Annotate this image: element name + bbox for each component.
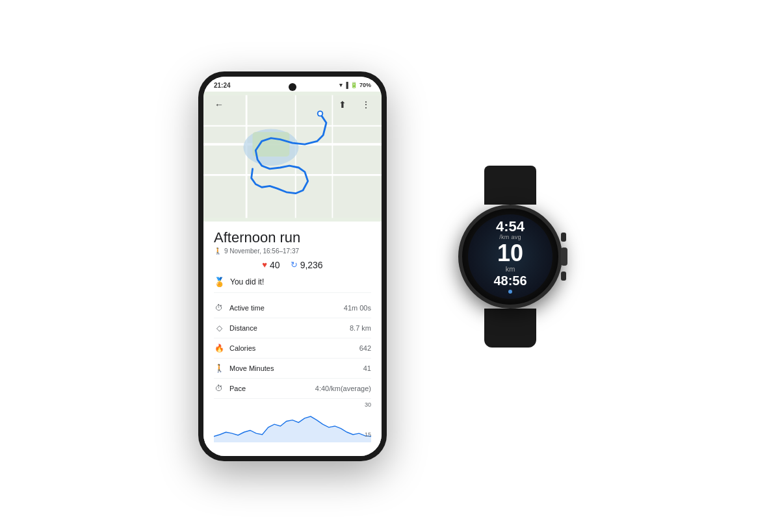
move-minutes-icon: 🚶 <box>214 363 224 374</box>
watch-crown <box>561 247 567 266</box>
pace-label: Pace <box>229 385 246 392</box>
watch-strap-bottom <box>484 309 536 348</box>
move-minutes-value: 41 <box>363 364 371 372</box>
move-minutes-row: 🚶 Move Minutes 41 <box>214 359 371 379</box>
activity-meta: 🚶 9 November, 16:56–17:37 <box>214 247 371 255</box>
watch-indicator-dot <box>508 290 512 294</box>
watch-button-bottom <box>561 272 566 281</box>
steps-icon: ↻ <box>291 260 298 270</box>
pace-row: ⏱ Pace 4:40/km(average) <box>214 379 371 399</box>
steps-stat: ↻ 9,236 <box>291 260 323 270</box>
watch-device: 4:54 /km avg 10 km 48:56 <box>439 166 582 367</box>
active-time-row: ⏱ Active time 41m 00s <box>214 298 371 318</box>
watch-elapsed-time: 48:56 <box>493 274 526 287</box>
watch-pace-value: 4:54 <box>496 220 525 234</box>
distance-icon: ◇ <box>214 323 224 333</box>
svg-rect-8 <box>253 132 290 157</box>
signal-icon: ▐ <box>344 82 348 88</box>
watch-strap-top <box>484 166 536 205</box>
chart-bottom-label: 15 <box>365 431 371 438</box>
calories-label: Calories <box>229 344 255 352</box>
heart-icon: ♥ <box>262 260 267 270</box>
more-button[interactable]: ⋮ <box>357 95 375 114</box>
watch-button-top <box>561 233 566 242</box>
active-time-value: 41m 00s <box>344 304 371 312</box>
distance-label: Distance <box>229 324 257 332</box>
wifi-icon: ▾ <box>339 82 343 88</box>
pace-icon: ⏱ <box>214 383 224 394</box>
status-time: 21:24 <box>214 82 231 89</box>
chart-area: 30 15 <box>214 401 371 440</box>
back-button[interactable]: ← <box>210 95 228 114</box>
distance-row: ◇ Distance 8.7 km <box>214 318 371 338</box>
battery-icon: 🔋 <box>350 82 358 88</box>
activity-title: Afternoon run <box>214 229 371 246</box>
chart-top-label: 30 <box>365 401 371 408</box>
phone-device: 21:24 ▾ ▐ 🔋 70% <box>198 71 387 461</box>
map-toolbar: ← ⬆ ⋮ <box>203 92 382 118</box>
achievement-icon: 🏅 <box>214 277 225 287</box>
heart-points-stat: ♥ 40 <box>262 260 280 270</box>
chart-svg <box>214 408 371 444</box>
phone-screen: 21:24 ▾ ▐ 🔋 70% <box>203 77 382 456</box>
achievement-row: 🏅 You did it! <box>214 277 371 293</box>
pace-left: ⏱ Pace <box>214 383 246 394</box>
watch-pace-label: /km avg <box>496 234 525 240</box>
active-time-icon: ⏱ <box>214 303 224 313</box>
calories-icon: 🔥 <box>214 343 224 353</box>
calories-row: 🔥 Calories 642 <box>214 338 371 359</box>
watch-pace-group: 4:54 /km avg <box>496 220 525 240</box>
calories-left: 🔥 Calories <box>214 343 255 353</box>
distance-left: ◇ Distance <box>214 323 257 333</box>
watch-distance-value: 10 <box>497 242 523 265</box>
heart-points-value: 40 <box>270 260 280 270</box>
pace-value: 4:40/km(average) <box>315 385 371 392</box>
steps-value: 9,236 <box>300 260 323 270</box>
distance-value: 8.7 km <box>350 324 371 332</box>
move-minutes-label: Move Minutes <box>229 364 274 372</box>
watch-distance-group: 10 km <box>497 242 523 273</box>
battery-percent: 70% <box>359 82 371 88</box>
active-time-left: ⏱ Active time <box>214 303 265 313</box>
watch-body: 4:54 /km avg 10 km 48:56 <box>458 205 562 309</box>
calories-value: 642 <box>359 344 371 352</box>
active-time-label: Active time <box>229 304 265 312</box>
stats-row: ♥ 40 ↻ 9,236 <box>214 260 371 270</box>
map-area: ← ⬆ ⋮ <box>203 92 382 222</box>
watch-face: 4:54 /km avg 10 km 48:56 <box>468 214 552 299</box>
run-icon: 🚶 <box>214 247 222 255</box>
status-bar: 21:24 ▾ ▐ 🔋 70% <box>203 77 382 92</box>
status-icons: ▾ ▐ 🔋 70% <box>339 82 371 88</box>
activity-date: 9 November, 16:56–17:37 <box>224 247 299 255</box>
activity-content: Afternoon run 🚶 9 November, 16:56–17:37 … <box>203 222 382 456</box>
move-minutes-left: 🚶 Move Minutes <box>214 363 274 374</box>
share-button[interactable]: ⬆ <box>333 95 352 114</box>
achievement-text: You did it! <box>230 277 264 286</box>
